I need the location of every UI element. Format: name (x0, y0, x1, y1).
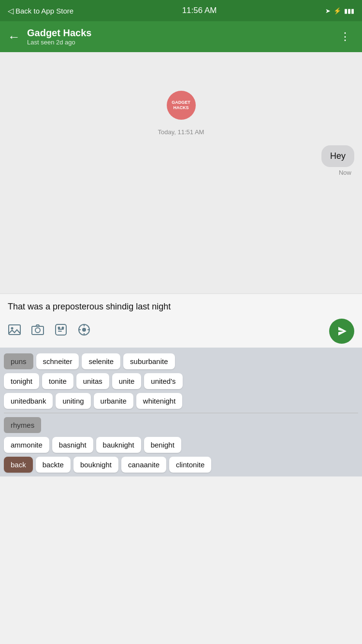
status-bar-icons: ➤ ⚡ ▮▮▮ (325, 7, 354, 14)
suggestion-bouknight[interactable]: bouknight (73, 457, 118, 473)
suggestion-suburbanite[interactable]: suburbanite (123, 353, 174, 369)
avatar: GADGET HACKS (167, 91, 196, 120)
svg-point-1 (11, 327, 14, 330)
suggestions-row-1: puns schneiter selenite suburbanite (0, 351, 362, 371)
chat-timestamp: Today, 11:51 AM (158, 128, 204, 136)
suggestion-uniting[interactable]: uniting (56, 393, 90, 409)
suggestion-urbanite[interactable]: urbanite (94, 393, 133, 409)
send-button[interactable] (329, 319, 354, 344)
image-picker-button[interactable] (8, 323, 21, 339)
message-input-text[interactable]: That was a preposterous shindig last nig… (8, 300, 354, 317)
suggestions-row-5: ammonite basnight bauknight benight (0, 435, 362, 455)
suggestion-tonight[interactable]: tonight (4, 373, 39, 389)
suggestion-clintonite[interactable]: clintonite (169, 457, 211, 473)
suggestion-uniteds[interactable]: united's (144, 373, 182, 389)
location-icon: ➤ (325, 7, 331, 14)
suggestion-basnight[interactable]: basnight (52, 437, 93, 453)
suggestion-bauknight[interactable]: bauknight (96, 437, 141, 453)
avatar-text: GADGET HACKS (172, 100, 190, 111)
svg-point-8 (83, 328, 86, 331)
suggestion-unitedbank[interactable]: unitedbank (4, 393, 53, 409)
battery-icon: ▮▮▮ (344, 7, 354, 14)
back-arrow-icon: ◁ (8, 6, 14, 15)
suggestion-canaanite[interactable]: canaanite (121, 457, 166, 473)
back-to-store-label: Back to App Store (15, 7, 73, 15)
svg-point-6 (62, 327, 64, 329)
status-bar-time: 11:56 AM (182, 6, 217, 15)
svg-point-3 (35, 328, 40, 333)
input-toolbar (8, 319, 354, 344)
suggestions-divider (4, 413, 358, 413)
message-bubble-hey: Hey (321, 145, 354, 167)
app-header: ← Gadget Hacks Last seen 2d ago ⋮ (0, 21, 362, 52)
suggestions-row-3: unitedbank uniting urbanite whitenight (0, 391, 362, 411)
sticker-button[interactable] (54, 323, 68, 339)
location-button[interactable] (77, 323, 91, 339)
suggestion-benight[interactable]: benight (144, 437, 181, 453)
suggestion-backte[interactable]: backte (36, 457, 71, 473)
contact-status: Last seen 2d ago (27, 39, 336, 46)
contact-avatar-container: GADGET HACKS (167, 91, 196, 120)
suggestion-back[interactable]: back (4, 457, 33, 473)
svg-point-5 (58, 327, 60, 329)
chat-area: GADGET HACKS Today, 11:51 AM Hey Now (0, 52, 362, 294)
suggestion-unite[interactable]: unite (112, 373, 142, 389)
suggestions-row-2: tonight tonite unitas unite united's (0, 371, 362, 391)
suggestion-tonite[interactable]: tonite (42, 373, 73, 389)
status-bar: ◁ Back to App Store 11:56 AM ➤ ⚡ ▮▮▮ (0, 0, 362, 21)
puns-label: puns (4, 353, 33, 369)
header-info: Gadget Hacks Last seen 2d ago (27, 28, 336, 46)
header-back-button[interactable]: ← (8, 29, 20, 44)
suggestion-whitenight[interactable]: whitenight (136, 393, 183, 409)
messages-area: Hey Now (8, 145, 354, 181)
suggestions-area: puns schneiter selenite suburbanite toni… (0, 348, 362, 476)
message-time: Now (339, 169, 351, 176)
suggestions-row-4: rhymes (0, 415, 362, 435)
suggestion-schneiter[interactable]: schneiter (36, 353, 79, 369)
input-area: That was a preposterous shindig last nig… (0, 294, 362, 348)
suggestions-row-6: back backte bouknight canaanite clintoni… (0, 455, 362, 475)
status-bar-back[interactable]: ◁ Back to App Store (8, 6, 73, 15)
svg-marker-13 (338, 327, 347, 336)
rhymes-label: rhymes (4, 417, 41, 433)
suggestion-unitas[interactable]: unitas (76, 373, 109, 389)
bluetooth-icon: ⚡ (333, 7, 341, 14)
header-menu-button[interactable]: ⋮ (336, 28, 354, 45)
suggestion-selenite[interactable]: selenite (82, 353, 120, 369)
camera-button[interactable] (31, 323, 44, 339)
contact-name: Gadget Hacks (27, 28, 336, 39)
suggestion-ammonite[interactable]: ammonite (4, 437, 49, 453)
